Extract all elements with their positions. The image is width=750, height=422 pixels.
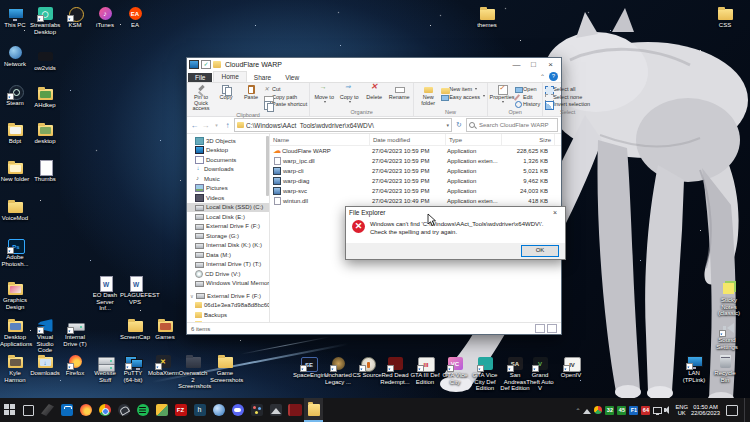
new-item-button[interactable]: New item	[441, 86, 485, 92]
taskbar-molecule-app[interactable]	[247, 398, 266, 422]
desktop-icon-ahdkep[interactable]: AHdkep	[30, 86, 60, 109]
delete-button[interactable]: Delete	[362, 84, 386, 101]
address-dropdown-icon[interactable]: ▾	[446, 122, 449, 128]
desktop-icon-voicemod[interactable]: VoiceMod	[0, 199, 30, 222]
desktop-icon-spaceengine[interactable]: SESpaceEngine	[293, 356, 323, 379]
nav-item-storage-g[interactable]: Storage (G:)	[187, 231, 269, 241]
nav-item-data-m[interactable]: Data (M:)	[187, 250, 269, 260]
desktop-icon-ow2vids[interactable]: ow2vids	[30, 49, 60, 72]
tab-home[interactable]: Home	[213, 71, 246, 82]
taskbar-wallpaper-engine[interactable]	[38, 398, 57, 422]
tray-chrome-icon[interactable]	[594, 406, 602, 414]
file-row[interactable]: CloudFlare WARP 27/04/2023 10:59 PMAppli…	[270, 146, 561, 156]
taskbar-microsoft-store[interactable]	[57, 398, 76, 422]
desktop-icon-downloads[interactable]: ↓Downloads	[30, 354, 60, 377]
tray-chevron-up-icon[interactable]: ⌃	[575, 407, 580, 414]
desktop-icon-eo-dash-doc[interactable]: WEO Dash Server Inf...	[90, 276, 120, 312]
tab-file[interactable]: File	[188, 73, 212, 82]
refresh-icon[interactable]: ↻	[454, 121, 464, 129]
close-button[interactable]: ×	[542, 59, 559, 71]
desktop-icon-screencap[interactable]: ScreenCap	[120, 318, 150, 341]
nav-item-internal-drive-t[interactable]: Internal Drive (T) (T:)	[187, 260, 269, 270]
taskbar-filezilla[interactable]: FZ	[171, 398, 190, 422]
up-button[interactable]: ↑	[223, 121, 232, 130]
desktop-icon-mobaxterm[interactable]: ✕MobaXterm	[148, 354, 178, 377]
taskbar-library-app[interactable]	[285, 398, 304, 422]
move-to-button[interactable]: Move to	[312, 84, 336, 104]
desktop-icon-css[interactable]: CSS	[710, 6, 740, 29]
action-center-icon[interactable]	[726, 405, 738, 416]
copy-button[interactable]: Copy	[214, 84, 238, 101]
maximize-button[interactable]: □	[525, 59, 542, 71]
cut-button[interactable]: Cut	[264, 86, 307, 92]
edit-button[interactable]: Edit	[515, 94, 540, 100]
desktop-icon-rdr[interactable]: Red Dead Redempt...	[380, 356, 410, 385]
desktop-icon-ksm[interactable]: KSM	[60, 6, 90, 29]
nav-item-local-disk-e[interactable]: Local Disk (E:)	[187, 212, 269, 222]
address-box[interactable]: C:\Windows\AAct_Tools\wdvdriver\x64WDV\ …	[234, 118, 452, 132]
nav-item-external-drive-f[interactable]: External Drive F (F:)	[187, 222, 269, 232]
title-bar[interactable]: ✓ CloudFlare WARP — □ ×	[187, 58, 561, 71]
column-date-modified[interactable]: Date modified	[370, 134, 446, 145]
taskbar-globe-app[interactable]	[209, 398, 228, 422]
desktop-icon-putty[interactable]: PuTTY (64-bit)	[118, 354, 148, 383]
nav-item-documents[interactable]: Documents	[187, 155, 269, 165]
nav-item-videos[interactable]: Videos	[187, 193, 269, 203]
desktop-icon-gta-vc-def[interactable]: GTA Vice City Def Edition	[470, 356, 500, 392]
file-row[interactable]: warp-cli 27/04/2023 10:59 PMApplication5…	[270, 166, 561, 176]
nav-item-internal-disk-k[interactable]: Internal Disk (K:) (K:)	[187, 241, 269, 251]
minimize-button[interactable]: —	[508, 59, 525, 71]
taskbar-firefox[interactable]	[76, 398, 95, 422]
desktop-icon-desktop-folder[interactable]: desktop	[30, 122, 60, 145]
desktop-icon-themes[interactable]: themes	[472, 6, 502, 29]
desktop-icon-this-pc[interactable]: This PC	[0, 6, 30, 29]
back-button[interactable]: ←	[190, 121, 199, 130]
nav-item-cd-drive-v[interactable]: CD Drive (V:)	[187, 269, 269, 279]
nav-item-local-disk-c[interactable]: Local Disk (SSD) (C:)	[187, 203, 269, 213]
desktop-icon-desktop-applications[interactable]: Desktop Applications	[0, 318, 30, 347]
desktop-icon-internal-drive-t[interactable]: Internal Drive (T)	[60, 318, 90, 347]
taskbar-chrome[interactable]	[95, 398, 114, 422]
collapse-ribbon-icon[interactable]: ⌃	[540, 73, 545, 80]
nav-item-windows-virtual-memory[interactable]: Windows Virtual Memory (	[187, 279, 269, 289]
tray-temp-badge-4[interactable]: 64	[641, 406, 650, 415]
task-view-button[interactable]	[19, 398, 38, 422]
dialog-title-bar[interactable]: File Explorer ×	[346, 207, 565, 218]
forward-button[interactable]: →	[201, 121, 210, 130]
file-row[interactable]: warp_ipc.dll 27/04/2023 10:59 PMApplicat…	[270, 156, 561, 166]
nav-item-desktop[interactable]: Desktop	[187, 146, 269, 156]
nav-item-backups[interactable]: Backups	[187, 310, 269, 320]
file-row[interactable]: warp-svc 27/04/2023 10:59 PMApplication2…	[270, 186, 561, 196]
desktop-icon-vscode[interactable]: Visual Studio Code	[30, 318, 60, 354]
taskbar-file-explorer[interactable]	[304, 398, 323, 422]
desktop-icon-sticky-notes[interactable]: Sticky Notes (classic)	[714, 281, 744, 317]
desktop-icon-games[interactable]: Games	[150, 318, 180, 341]
desktop-icon-lan[interactable]: LAN (TPLink)	[679, 354, 709, 383]
taskbar-discord[interactable]	[228, 398, 247, 422]
properties-button[interactable]: Properties	[490, 84, 514, 104]
nav-item-pictures[interactable]: Pictures	[187, 184, 269, 194]
clock[interactable]: 01:50 AM22/06/2023	[691, 404, 720, 417]
tab-share[interactable]: Share	[247, 73, 278, 82]
help-icon[interactable]: ?	[549, 72, 558, 81]
taskbar-spaceengine[interactable]	[114, 398, 133, 422]
desktop-icon-bdpt[interactable]: Bdpt	[0, 122, 30, 145]
search-input[interactable]	[477, 121, 555, 129]
nav-item-3d-objects[interactable]: 3D Objects	[187, 136, 269, 146]
desktop-icon-openiv[interactable]: IVOpenIV	[556, 356, 586, 379]
desktop-icon-website-stuff[interactable]: Website Stuff	[90, 354, 120, 383]
select-none-button[interactable]: Select none	[545, 94, 590, 100]
taskbar-photos[interactable]	[152, 398, 171, 422]
desktop-icon-uncharted[interactable]: Uncharted Legacy ...	[323, 356, 353, 385]
desktop-icon-gta3[interactable]: IIIGTA III Def Edition	[410, 356, 440, 385]
recent-locations-icon[interactable]: ▾	[212, 122, 221, 128]
easy-access-button[interactable]: Easy access	[441, 94, 485, 100]
desktop-icon-kyle-harmon[interactable]: Kyle Harmon	[0, 354, 30, 383]
desktop-icon-ea[interactable]: EAEA	[120, 6, 150, 29]
tray-temp-badge-1[interactable]: 32	[605, 406, 614, 415]
tray-temp-badge-2[interactable]: 45	[617, 406, 626, 415]
desktop-icon-gta-vc[interactable]: VCGTA Vice City	[440, 356, 470, 385]
open-button[interactable]: Open	[515, 86, 540, 92]
desktop-icon-ow2-screenshots[interactable]: Overwatch 2 Screenshots	[178, 354, 208, 390]
column-name[interactable]: Name	[270, 134, 370, 145]
